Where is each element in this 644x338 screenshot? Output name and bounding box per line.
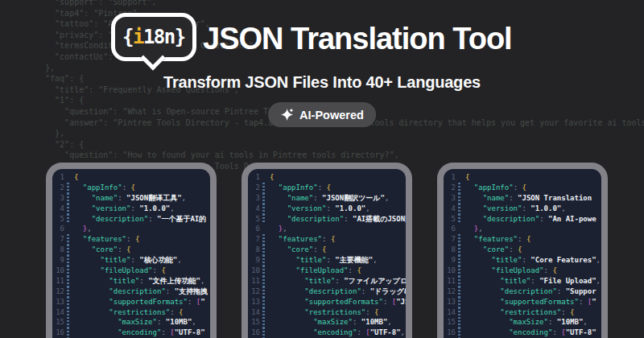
code-line: 3 "name": "JSON翻译工具", [52,193,210,204]
gutter-change-marker [458,266,460,276]
token-pun: : [148,215,157,223]
token-pun [270,287,304,295]
logo-brace-close: } [175,26,185,48]
code-text: "description": "ドラッグ&ドロッ [270,286,412,297]
code-line: 16 "encoding": ["UTF-8" [444,328,601,338]
code-text: "title": "文件上传功能", [74,276,204,286]
token-pun [74,256,101,264]
code-line: 12 "description": "支持拖拽 [52,286,210,297]
token-pun [74,225,83,233]
code-text: "features": { [465,234,530,245]
code-text: }, [74,224,92,234]
token-pun [465,308,500,316]
gutter-change-marker [262,276,265,286]
token-pun: : [118,245,126,254]
token-pun [74,266,101,274]
line-number: 14 [248,307,260,318]
token-key: "supportedFormats" [500,298,579,306]
token-key: "description" [109,287,165,295]
page-title: JSON Translation Tool [203,22,512,56]
token-key: "maxSize" [118,318,157,326]
token-key: "title" [296,256,327,264]
token-str: "一个基于AI的 [157,215,206,223]
token-pun: , [373,256,377,264]
line-number: 8 [248,245,260,255]
token-key: "title" [492,256,522,264]
code-text: "maxSize": "10MB", [465,317,588,328]
code-line: 12 "description": "ドラッグ&ドロッ [248,286,406,297]
gutter-change-marker [67,193,69,204]
line-number: 9 [52,255,64,266]
token-pun: : [153,266,162,274]
gutter-change-marker [458,172,460,183]
token-gold: { [357,266,361,274]
gutter-change-marker [458,183,460,193]
code-text: "name": "JSON Translation [465,193,592,204]
line-number: 11 [248,276,260,286]
token-pun: , [561,204,565,212]
code-line: 1{ [248,172,406,183]
line-number: 10 [52,266,64,276]
line-number: 5 [248,214,260,225]
line-number: 9 [444,255,456,266]
logo-i-accent: i [133,26,143,48]
token-pun [465,225,474,233]
code-line: 6 }, [248,224,406,234]
token-pun: , [200,277,204,285]
code-text: "core": { [465,245,522,255]
line-number: 12 [444,286,456,297]
token-gold: { [522,183,526,192]
token-str: "JSON" [396,298,412,306]
token-pun: : [530,277,539,285]
line-number: 7 [52,234,64,245]
token-gold: { [374,308,378,316]
token-pun [465,277,500,285]
token-str: "UTF- [409,328,412,336]
line-number: 3 [248,193,260,204]
gutter-change-marker [262,234,265,245]
code-line: 15 "maxSize": "10MB", [444,317,601,328]
code-line: 3 "name": "JSON Translation [444,193,601,204]
token-pun: : [170,308,179,316]
token-key: "appInfo" [279,183,318,192]
line-number: 3 [444,193,456,204]
line-number: 14 [444,307,456,318]
gutter-change-marker [67,328,69,338]
gutter-change-marker [67,234,69,245]
token-key: "encoding" [509,328,552,336]
gutter-change-marker [458,297,460,307]
line-number: 16 [248,328,260,338]
token-pun: : [126,235,135,243]
code-line: 13 "supportedFormats": [" [444,297,601,307]
token-gold: { [270,173,274,181]
token-pun [270,298,304,306]
token-pun [270,225,279,233]
gutter-change-marker [458,234,460,245]
token-key: "maxSize" [509,318,548,326]
code-line: 7 "features": { [52,234,210,245]
token-pun: , [182,194,186,202]
token-pun [270,328,313,336]
token-pun [74,194,92,202]
gutter-change-marker [262,172,265,183]
token-pun: , [401,328,410,336]
code-line: 1{ [444,172,601,183]
code-line: 10 "fileUpload": { [52,266,210,276]
code-line: 2 "appInfo": { [52,183,210,193]
gutter-change-marker [458,255,460,266]
token-gold: { [518,245,522,254]
token-str: "1.0.0" [335,204,365,212]
token-gold: { [526,235,530,243]
token-pun: , [478,225,482,233]
token-pun [74,277,109,285]
token-str: "JSON Translation [518,194,592,202]
token-gold: { [331,235,335,243]
token-pun: : [557,287,566,295]
line-number: 2 [52,183,64,193]
code-text: "description": "一个基于AI的 [74,214,206,225]
code-line: 10 "fileUpload": { [444,266,601,276]
gutter-change-marker [67,266,69,276]
token-pun: , [283,225,287,233]
token-pun [74,298,109,306]
token-pun: : [548,318,557,326]
